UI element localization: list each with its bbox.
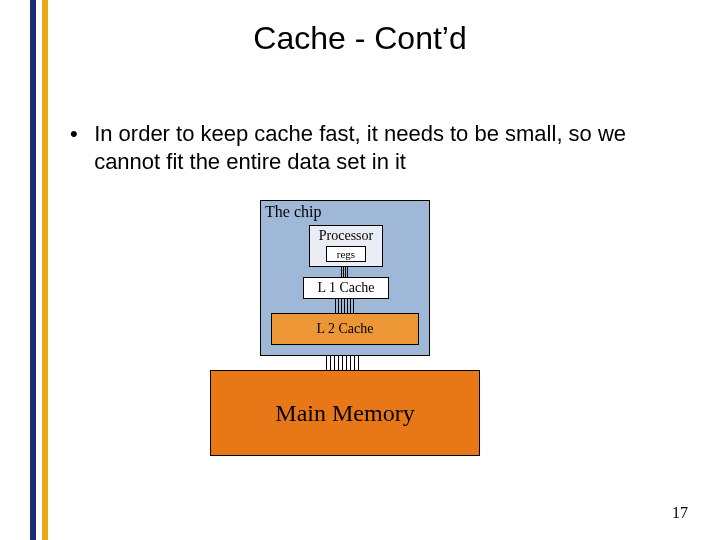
l2-cache-box: L 2 Cache [271, 313, 419, 345]
regs-box: regs [326, 246, 366, 262]
l1-cache-box: L 1 Cache [303, 277, 389, 299]
slide-title: Cache - Cont’d [0, 20, 720, 57]
bullet-text: In order to keep cache fast, it needs to… [94, 120, 654, 175]
memory-hierarchy-diagram: The chip Processor regs L 1 Cache L 2 Ca… [0, 200, 720, 490]
processor-box: Processor regs [309, 225, 383, 267]
bus-l2-mem [326, 356, 362, 370]
bus-l1-l2 [335, 299, 355, 313]
bus-proc-l1 [341, 267, 349, 277]
processor-label: Processor [310, 226, 382, 245]
main-memory-box: Main Memory [210, 370, 480, 456]
chip-label: The chip [265, 203, 321, 221]
chip-box: The chip Processor regs L 1 Cache L 2 Ca… [260, 200, 430, 356]
bullet-item: • In order to keep cache fast, it needs … [70, 120, 670, 175]
page-number: 17 [672, 504, 688, 522]
bullet-marker: • [70, 120, 88, 148]
